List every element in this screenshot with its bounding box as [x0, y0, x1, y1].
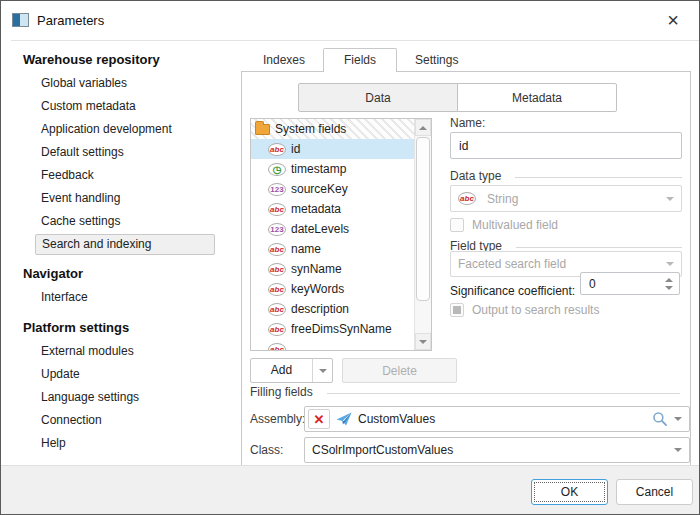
field-list-item[interactable]: abc synName: [251, 259, 414, 279]
chevron-down-icon: [319, 369, 327, 373]
view-toggle: Data Metadata: [298, 83, 617, 112]
field-list-item[interactable]: abc keyWords: [251, 279, 414, 299]
toggle-metadata-button[interactable]: Metadata: [457, 83, 617, 112]
sidebar-item[interactable]: Application development: [1, 118, 238, 141]
sidebar-item[interactable]: Custom metadata: [1, 95, 238, 118]
sidebar-item[interactable]: Interface: [1, 286, 238, 309]
data-type-label: Data type: [450, 169, 501, 183]
sidebar-item: Navigator: [23, 266, 238, 282]
scrollbar-down-button[interactable]: [415, 333, 431, 350]
field-type-icon: abc: [268, 303, 286, 316]
field-list-item-label: metadata: [291, 202, 341, 216]
class-combobox[interactable]: CSolrImportCustomValues: [304, 437, 690, 463]
sidebar-item[interactable]: Update: [1, 363, 238, 386]
data-type-value: String: [487, 192, 660, 206]
field-list: System fields abc id ◷ timestamp: [251, 119, 414, 350]
field-list-item[interactable]: abc id: [251, 139, 414, 159]
field-list-item[interactable]: 123 dateLevels: [251, 219, 414, 239]
class-label: Class:: [250, 443, 283, 457]
sidebar-item-label: Feedback: [41, 168, 94, 182]
app-window-icon: [12, 13, 29, 27]
tab-bar: Indexes Fields Settings: [249, 48, 472, 72]
sidebar-item: Platform settings: [23, 320, 238, 336]
field-list-item[interactable]: abc name: [251, 239, 414, 259]
field-type-dropdown-icon: [666, 262, 674, 266]
sidebar-item-label: Platform settings: [23, 320, 129, 335]
clear-assembly-button[interactable]: ✕: [308, 409, 330, 429]
close-icon[interactable]: ×: [667, 8, 679, 32]
sidebar-item[interactable]: Cache settings: [1, 210, 238, 233]
assembly-dropdown-icon[interactable]: [674, 417, 682, 421]
sidebar-item[interactable]: Search and indexing: [35, 234, 215, 255]
significance-spinner[interactable]: 0: [580, 272, 680, 295]
sidebar-item-label: Search and indexing: [42, 237, 151, 251]
name-label: Name:: [450, 116, 485, 130]
assembly-value: CustomValues: [358, 412, 646, 426]
sidebar-item[interactable]: Feedback: [1, 164, 238, 187]
cancel-button[interactable]: Cancel: [616, 479, 693, 505]
assembly-field[interactable]: ✕ CustomValues: [304, 406, 690, 432]
tab-indexes[interactable]: Indexes: [249, 49, 319, 72]
field-list-item-label: dateLevels: [291, 222, 349, 236]
output-results-label: Output to search results: [472, 303, 599, 317]
folder-icon: [255, 124, 270, 135]
field-list-group-label: System fields: [275, 122, 346, 136]
up-arrow-icon: [419, 126, 427, 130]
sidebar-item-label: Interface: [41, 290, 88, 304]
sidebar-item-label: Update: [41, 367, 80, 381]
field-list-item-label: name: [291, 242, 321, 256]
toggle-data-button[interactable]: Data: [298, 83, 458, 112]
field-list-item[interactable]: abc metadata: [251, 199, 414, 219]
dialog-title: Parameters: [37, 13, 104, 28]
field-list-item[interactable]: ◷ timestamp: [251, 159, 414, 179]
sidebar-item-label: Connection: [41, 413, 102, 427]
scrollbar-up-button[interactable]: [415, 119, 431, 136]
sidebar-item[interactable]: Default settings: [1, 141, 238, 164]
field-list-item[interactable]: abc freeDimsSynName: [251, 319, 414, 339]
fields-panel: Data Metadata System fields abc id: [241, 71, 691, 466]
field-type-icon: 123: [268, 223, 286, 236]
sidebar-item[interactable]: External modules: [1, 340, 238, 363]
sidebar-item[interactable]: Event handling: [1, 187, 238, 210]
down-arrow-icon: [419, 340, 427, 344]
assembly-label: Assembly:: [250, 412, 305, 426]
sidebar-item[interactable]: Global variables: [1, 72, 238, 95]
delete-button[interactable]: Delete: [342, 358, 457, 383]
field-listbox: System fields abc id ◷ timestamp: [250, 118, 432, 351]
add-button[interactable]: Add: [250, 358, 333, 383]
scrollbar-thumb[interactable]: [416, 137, 430, 301]
tab-fields[interactable]: Fields: [323, 48, 397, 72]
settings-sidebar: Warehouse repository Global variables Cu…: [1, 41, 238, 464]
field-type-icon: abc: [268, 203, 286, 216]
field-list-item[interactable]: 123 sourceKey: [251, 179, 414, 199]
field-list-rows: abc id ◷ timestamp 123 sourceKey: [251, 139, 414, 350]
field-list-item[interactable]: abc description: [251, 299, 414, 319]
class-dropdown-icon[interactable]: [674, 448, 682, 452]
tab-settings[interactable]: Settings: [401, 49, 472, 72]
sidebar-item-label: External modules: [41, 344, 134, 358]
sidebar-item[interactable]: Connection: [1, 409, 238, 432]
ok-button[interactable]: OK: [531, 479, 608, 505]
significance-label: Significance coefficient:: [450, 284, 575, 298]
name-input[interactable]: [450, 132, 682, 159]
assembly-icon: [336, 412, 352, 426]
multivalued-label: Multivalued field: [472, 218, 558, 232]
field-list-group-header[interactable]: System fields: [251, 119, 414, 139]
sidebar-item[interactable]: Help: [1, 432, 238, 455]
spinner-down-icon[interactable]: [665, 286, 673, 290]
field-list-item[interactable]: abc: [251, 339, 414, 350]
field-type-icon: abc: [268, 323, 286, 336]
spinner-up-icon[interactable]: [665, 278, 673, 282]
parameters-dialog: Parameters × Warehouse repository Global…: [0, 0, 700, 515]
sidebar-item-label: Warehouse repository: [23, 52, 160, 67]
titlebar: Parameters ×: [1, 1, 699, 40]
search-icon[interactable]: [652, 411, 668, 427]
list-scrollbar[interactable]: [414, 119, 431, 350]
sidebar-item-label: Global variables: [41, 76, 127, 90]
add-dropdown-button[interactable]: [312, 359, 332, 382]
field-type-icon: abc: [268, 283, 286, 296]
sidebar-item[interactable]: Language settings: [1, 386, 238, 409]
field-list-item-label: synName: [291, 262, 342, 276]
field-type-icon: abc: [268, 263, 286, 276]
output-results-checkbox: Output to search results: [450, 303, 599, 317]
